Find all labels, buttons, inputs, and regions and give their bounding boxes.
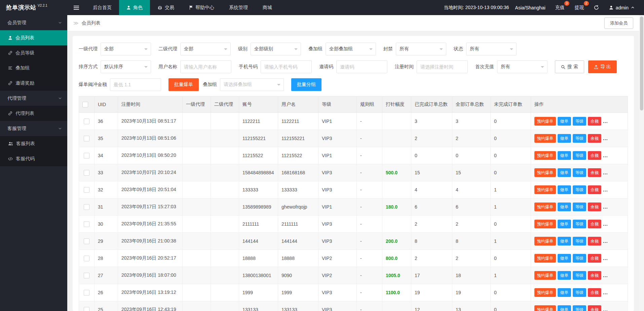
row-checkbox[interactable] bbox=[84, 273, 89, 278]
row-checkbox[interactable] bbox=[84, 170, 89, 176]
more-actions-button[interactable]: ... bbox=[603, 273, 608, 278]
make-order-button[interactable]: 做单 bbox=[558, 185, 571, 194]
balance-button[interactable]: 余额 bbox=[588, 117, 601, 126]
reserve-burst-button[interactable]: 预约爆单 bbox=[534, 134, 556, 143]
topnav-item-system[interactable]: 系统管理 bbox=[222, 0, 255, 15]
make-order-button[interactable]: 做单 bbox=[558, 271, 571, 280]
filter-username-input[interactable] bbox=[180, 60, 231, 73]
stack-group-select[interactable]: 请选择叠加组 bbox=[220, 78, 284, 91]
make-order-button[interactable]: 做单 bbox=[558, 305, 571, 311]
balance-button[interactable]: 余额 bbox=[588, 203, 601, 211]
vertical-scrollbar[interactable] bbox=[639, 15, 644, 311]
more-actions-button[interactable]: ... bbox=[603, 136, 608, 141]
row-checkbox[interactable] bbox=[84, 153, 89, 159]
more-actions-button[interactable]: ... bbox=[603, 187, 608, 192]
make-order-button[interactable]: 做单 bbox=[558, 237, 571, 246]
topnav-item-help-center[interactable]: 帮助中心 bbox=[182, 0, 222, 15]
more-actions-button[interactable]: ... bbox=[603, 307, 608, 311]
reserve-burst-button[interactable]: 预约爆单 bbox=[534, 117, 556, 126]
row-checkbox[interactable] bbox=[84, 119, 89, 124]
row-checkbox[interactable] bbox=[84, 238, 89, 244]
batch-burst-button[interactable]: 批量爆单 bbox=[168, 78, 199, 91]
level-button[interactable]: 等级 bbox=[573, 220, 586, 228]
level-button[interactable]: 等级 bbox=[573, 271, 586, 280]
balance-button[interactable]: 余额 bbox=[588, 288, 601, 297]
filter-agent1-select[interactable]: 全部 bbox=[101, 43, 151, 55]
filter-invite-code-input[interactable] bbox=[336, 60, 387, 73]
filter-agent2-select[interactable]: 全部 bbox=[180, 43, 231, 55]
row-checkbox[interactable] bbox=[84, 290, 89, 296]
more-actions-button[interactable]: ... bbox=[603, 238, 608, 244]
level-button[interactable]: 等级 bbox=[573, 288, 586, 297]
filter-sort-select[interactable]: 默认排序 bbox=[101, 60, 151, 73]
search-button[interactable]: 搜 索 bbox=[555, 60, 584, 73]
more-actions-button[interactable]: ... bbox=[603, 256, 608, 261]
row-checkbox[interactable] bbox=[84, 256, 89, 261]
level-button[interactable]: 等级 bbox=[573, 305, 586, 311]
row-checkbox[interactable] bbox=[84, 136, 89, 141]
topnav-item-mall[interactable]: 商城 bbox=[255, 0, 279, 15]
balance-button[interactable]: 余额 bbox=[588, 220, 601, 228]
make-order-button[interactable]: 做单 bbox=[558, 254, 571, 263]
sidebar-item-service-code[interactable]: 客服代码 bbox=[0, 151, 67, 166]
reserve-burst-button[interactable]: 预约爆单 bbox=[534, 271, 556, 280]
user-menu[interactable]: admin bbox=[604, 0, 640, 15]
make-order-button[interactable]: 做单 bbox=[558, 168, 571, 177]
level-button[interactable]: 等级 bbox=[573, 134, 586, 143]
select-all-checkbox[interactable] bbox=[82, 102, 88, 107]
reserve-burst-button[interactable]: 预约爆单 bbox=[534, 168, 556, 177]
menu-toggle-button[interactable] bbox=[67, 0, 85, 15]
reserve-burst-button[interactable]: 预约爆单 bbox=[534, 203, 556, 211]
more-actions-button[interactable]: ... bbox=[603, 221, 608, 227]
reserve-burst-button[interactable]: 预约爆单 bbox=[534, 151, 556, 160]
sidebar-group-service-mgmt[interactable]: 客服管理 bbox=[0, 121, 67, 136]
app-logo[interactable]: 抢单演示站 V2.2.1 bbox=[0, 0, 67, 15]
make-order-button[interactable]: 做单 bbox=[558, 203, 571, 211]
balance-button[interactable]: 余额 bbox=[588, 168, 601, 177]
more-actions-button[interactable]: ... bbox=[603, 119, 608, 124]
topnav-item-trade[interactable]: 交易 bbox=[150, 0, 182, 15]
sidebar-item-member-level[interactable]: 会员等级 bbox=[0, 45, 67, 60]
filter-first-recharge-select[interactable]: 所有 bbox=[497, 60, 547, 73]
row-checkbox[interactable] bbox=[84, 187, 89, 193]
filter-level-select[interactable]: 全部级别 bbox=[251, 43, 301, 55]
make-order-button[interactable]: 做单 bbox=[558, 134, 571, 143]
withdraw-link[interactable]: 提现 2 bbox=[570, 0, 589, 15]
level-button[interactable]: 等级 bbox=[573, 117, 586, 126]
balance-button[interactable]: 余额 bbox=[588, 305, 601, 311]
level-button[interactable]: 等级 bbox=[573, 203, 586, 211]
topnav-item-roles[interactable]: 角色 bbox=[119, 0, 150, 15]
balance-button[interactable]: 余额 bbox=[588, 254, 601, 263]
level-button[interactable]: 等级 bbox=[573, 185, 586, 194]
sidebar-group-agent-mgmt[interactable]: 代理管理 bbox=[0, 91, 67, 106]
recharge-link[interactable]: 充值 3 bbox=[550, 0, 570, 15]
more-actions-button[interactable]: ... bbox=[603, 290, 608, 295]
make-order-button[interactable]: 做单 bbox=[558, 151, 571, 160]
balance-button[interactable]: 余额 bbox=[588, 151, 601, 160]
burst-amount-input[interactable] bbox=[110, 78, 161, 91]
filter-ban-select[interactable]: 所有 bbox=[396, 43, 446, 55]
filter-phone-input[interactable] bbox=[261, 60, 312, 73]
reserve-burst-button[interactable]: 预约爆单 bbox=[534, 288, 556, 297]
make-order-button[interactable]: 做单 bbox=[558, 220, 571, 228]
level-button[interactable]: 等级 bbox=[573, 237, 586, 246]
row-checkbox[interactable] bbox=[84, 204, 89, 210]
level-button[interactable]: 等级 bbox=[573, 151, 586, 160]
sidebar-item-member-list[interactable]: 会员列表 bbox=[0, 30, 67, 45]
balance-button[interactable]: 余额 bbox=[588, 134, 601, 143]
scrollbar-thumb[interactable] bbox=[640, 16, 643, 110]
more-actions-button[interactable]: ... bbox=[603, 170, 608, 175]
row-checkbox[interactable] bbox=[84, 307, 89, 311]
make-order-button[interactable]: 做单 bbox=[558, 117, 571, 126]
level-button[interactable]: 等级 bbox=[573, 168, 586, 177]
more-actions-button[interactable]: ... bbox=[603, 153, 608, 158]
sidebar-item-agent-list[interactable]: 代理列表 bbox=[0, 106, 67, 121]
reserve-burst-button[interactable]: 预约爆单 bbox=[534, 254, 556, 263]
reserve-burst-button[interactable]: 预约爆单 bbox=[534, 305, 556, 311]
balance-button[interactable]: 余额 bbox=[588, 271, 601, 280]
row-checkbox[interactable] bbox=[84, 221, 89, 227]
filter-stack-group-select[interactable]: 全部叠加组 bbox=[326, 43, 376, 55]
refresh-button[interactable] bbox=[589, 0, 604, 15]
reserve-burst-button[interactable]: 预约爆单 bbox=[534, 220, 556, 228]
sidebar-item-service-list[interactable]: 客服列表 bbox=[0, 136, 67, 151]
